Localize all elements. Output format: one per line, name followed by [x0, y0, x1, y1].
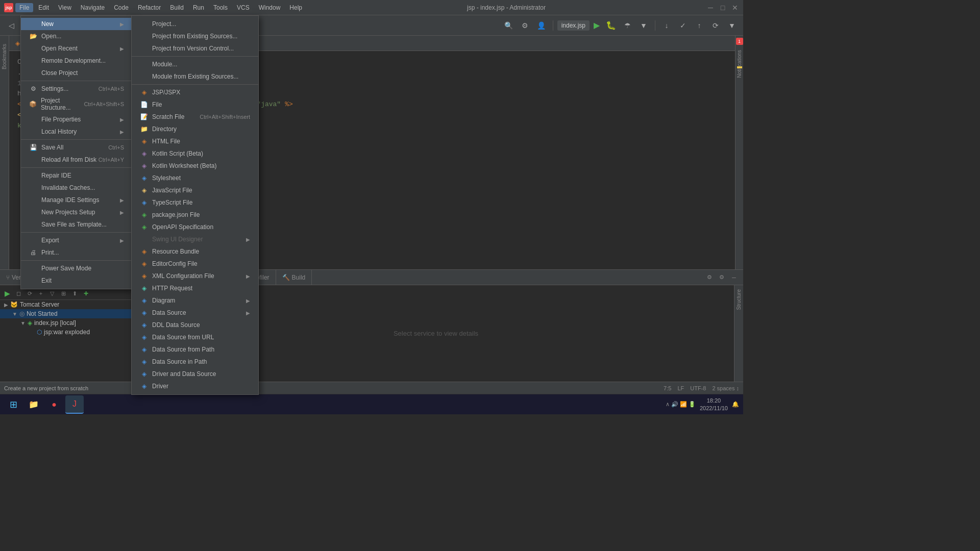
menu-item-exit[interactable]: Exit: [21, 274, 132, 287]
service-item-index-jsp[interactable]: ▼ ◈ index.jsp [local]: [0, 318, 137, 328]
taskbar-explorer[interactable]: 📁: [24, 395, 43, 414]
new-package-json[interactable]: ◈ package.json File: [132, 209, 258, 221]
menu-item-save-all[interactable]: 💾 Save All Ctrl+S: [21, 141, 132, 154]
minimize-button[interactable]: ─: [706, 4, 715, 12]
menu-item-power-save[interactable]: Power Save Mode: [21, 262, 132, 274]
run-configuration[interactable]: index.jsp: [557, 20, 590, 31]
run-service-button[interactable]: ▶: [2, 288, 12, 298]
new-data-source-from-path[interactable]: ◈ Data Source from Path: [132, 343, 258, 356]
new-driver[interactable]: ◈ Driver: [132, 380, 258, 392]
indent[interactable]: 2 spaces ↕: [712, 385, 739, 391]
menu-item-remote-dev[interactable]: Remote Development...: [21, 55, 132, 67]
new-project-from-vcs[interactable]: Project from Version Control...: [132, 42, 258, 55]
new-xml-config[interactable]: ◈ XML Configuration File ▶: [132, 270, 258, 282]
vcs-commit-button[interactable]: ✓: [676, 18, 690, 33]
menu-item-reload-all[interactable]: Reload All from Disk Ctrl+Alt+Y: [21, 154, 132, 166]
back-button[interactable]: ◁: [4, 18, 18, 33]
menu-item-new[interactable]: New ▶: [21, 18, 132, 30]
new-http-request[interactable]: ◈ HTTP Request: [132, 282, 258, 294]
new-html-file[interactable]: ◈ HTML File: [132, 135, 258, 147]
new-directory[interactable]: 📁 Directory: [132, 123, 258, 135]
filter-service-button[interactable]: ▽: [47, 288, 57, 298]
vcs-update-button[interactable]: ↓: [659, 18, 674, 33]
menu-item-file-properties[interactable]: File Properties ▶: [21, 113, 132, 126]
vcs-push-button[interactable]: ↑: [692, 18, 706, 33]
settings-button[interactable]: ⚙: [518, 18, 532, 33]
bookmarks-tab[interactable]: Bookmarks: [2, 44, 7, 69]
add-service-button[interactable]: +: [36, 288, 46, 298]
group-service-button[interactable]: ⊞: [58, 288, 68, 298]
menu-item-export[interactable]: Export ▶: [21, 234, 132, 246]
menu-item-new-projects-setup[interactable]: New Projects Setup ▶: [21, 206, 132, 218]
debug-button[interactable]: 🐛: [604, 19, 618, 31]
new-javascript-file[interactable]: ◈ JavaScript File: [132, 184, 258, 196]
menu-item-project-structure[interactable]: 📦 Project Structure... Ctrl+Alt+Shift+S: [21, 95, 132, 113]
notification-bell[interactable]: 🔔: [732, 401, 739, 408]
menu-refactor[interactable]: Refactor: [134, 3, 165, 12]
menu-view[interactable]: View: [54, 3, 76, 12]
menu-item-save-template[interactable]: Save File as Template...: [21, 218, 132, 231]
taskbar-chrome[interactable]: ●: [45, 395, 63, 414]
new-file[interactable]: 📄 File: [132, 98, 258, 111]
deploy-service-button[interactable]: ⬆: [69, 288, 80, 298]
menu-window[interactable]: Window: [255, 3, 285, 12]
maximize-button[interactable]: □: [719, 4, 727, 12]
system-clock[interactable]: 18:20 2022/11/10: [700, 397, 728, 412]
vcs-more-button[interactable]: ▼: [725, 18, 739, 33]
panel-minimize-button[interactable]: ─: [729, 272, 739, 283]
new-jsp-jspx[interactable]: ◈ JSP/JSPX: [132, 86, 258, 98]
add-new-service-button[interactable]: ✚: [81, 288, 91, 298]
search-everywhere-button[interactable]: 🔍: [502, 18, 516, 33]
taskbar-intellij[interactable]: J: [65, 395, 84, 414]
line-endings[interactable]: LF: [677, 385, 684, 391]
menu-code[interactable]: Code: [110, 3, 133, 12]
menu-vcs[interactable]: VCS: [233, 3, 254, 12]
menu-item-open[interactable]: 📂 Open...: [21, 30, 132, 42]
menu-file[interactable]: File: [15, 3, 33, 12]
new-editorconfig[interactable]: ◈ EditorConfig File: [132, 258, 258, 270]
menu-item-close-project[interactable]: Close Project: [21, 67, 132, 79]
git-button[interactable]: 👤: [534, 18, 549, 33]
menu-item-repair-ide[interactable]: Repair IDE: [21, 169, 132, 182]
panel-settings-button[interactable]: ⚙: [704, 272, 715, 283]
close-button[interactable]: ✕: [731, 4, 739, 12]
new-typescript-file[interactable]: ◈ TypeScript File: [132, 196, 258, 209]
new-openapi[interactable]: ◈ OpenAPI Specification: [132, 221, 258, 233]
new-scratch-file[interactable]: 📝 Scratch File Ctrl+Alt+Shift+Insert: [132, 111, 258, 123]
coverage-button[interactable]: ☂: [620, 18, 634, 33]
stop-service-button[interactable]: ◻: [13, 288, 23, 298]
new-resource-bundle[interactable]: ◈ Resource Bundle: [132, 245, 258, 258]
new-module[interactable]: Module...: [132, 58, 258, 70]
new-kotlin-script[interactable]: ◈ Kotlin Script (Beta): [132, 147, 258, 160]
new-data-source-from-url[interactable]: ◈ Data Source from URL: [132, 331, 258, 343]
menu-help[interactable]: Help: [285, 3, 306, 12]
menu-tools[interactable]: Tools: [209, 3, 232, 12]
new-module-from-existing[interactable]: Module from Existing Sources...: [132, 70, 258, 83]
vcs-history-button[interactable]: ⟳: [708, 18, 723, 33]
new-project-from-existing[interactable]: Project from Existing Sources...: [132, 30, 258, 42]
new-ddl-data-source[interactable]: ◈ DDL Data Source: [132, 319, 258, 331]
menu-item-local-history[interactable]: Local History ▶: [21, 126, 132, 138]
menu-edit[interactable]: Edit: [34, 3, 53, 12]
run-button[interactable]: ▶: [592, 19, 602, 31]
menu-item-print[interactable]: 🖨 Print...: [21, 246, 132, 259]
more-run-options[interactable]: ▼: [636, 18, 651, 33]
service-item-tomcat[interactable]: ▶ 🐱 Tomcat Server: [0, 300, 137, 309]
tab-build[interactable]: 🔨 Build: [276, 270, 312, 285]
encoding[interactable]: UTF-8: [690, 385, 706, 391]
new-kotlin-worksheet[interactable]: ◈ Kotlin Worksheet (Beta): [132, 160, 258, 172]
restart-service-button[interactable]: ⟳: [24, 288, 35, 298]
menu-item-open-recent[interactable]: Open Recent ▶: [21, 42, 132, 55]
menu-run[interactable]: Run: [189, 3, 208, 12]
panel-options-button[interactable]: ⚙: [717, 272, 727, 283]
menu-build[interactable]: Build: [166, 3, 188, 12]
notifications-tab[interactable]: Notifications: [737, 50, 742, 78]
menu-item-settings[interactable]: ⚙ Settings... Ctrl+Alt+S: [21, 83, 132, 95]
new-data-source-in-path[interactable]: ◈ Data Source in Path: [132, 356, 258, 368]
service-item-not-started[interactable]: ▼ ◎ Not Started: [0, 309, 137, 318]
new-stylesheet[interactable]: ◈ Stylesheet: [132, 172, 258, 184]
new-diagram[interactable]: ◈ Diagram ▶: [132, 294, 258, 307]
new-project-item[interactable]: Project...: [132, 18, 258, 30]
menu-item-manage-ide[interactable]: Manage IDE Settings ▶: [21, 194, 132, 206]
windows-start-button[interactable]: ⊞: [4, 395, 22, 414]
